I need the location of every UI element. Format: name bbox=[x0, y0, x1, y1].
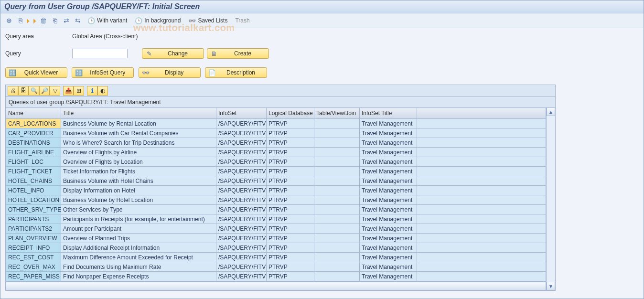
table-row[interactable]: REC_OVER_MAXFind Documents Using Maximum… bbox=[6, 262, 546, 272]
cell-ldb[interactable]: PTRVP bbox=[267, 234, 314, 243]
cell-name[interactable]: HOTEL_CHAINS bbox=[6, 176, 61, 186]
cell-tvj[interactable] bbox=[314, 119, 360, 128]
graphic-icon[interactable]: ◐ bbox=[97, 86, 108, 96]
table-row[interactable]: HOTEL_INFODisplay Information on Hotel/S… bbox=[6, 186, 546, 195]
cell-title[interactable]: Overview of Flights by Airline bbox=[61, 148, 216, 157]
execute-icon[interactable]: ⊕ bbox=[4, 16, 14, 25]
cell-infoset[interactable]: /SAPQUERY/FITV bbox=[216, 186, 267, 195]
cell-ldb[interactable]: PTRVP bbox=[267, 138, 314, 148]
sort-icon[interactable]: ▽ bbox=[50, 86, 60, 96]
cell-tvj[interactable] bbox=[314, 262, 360, 272]
scroll-up-icon[interactable]: ▲ bbox=[547, 107, 555, 116]
cell-ldb[interactable]: PTRVP bbox=[267, 262, 314, 272]
info-icon[interactable]: ℹ bbox=[87, 86, 97, 96]
cell-ititle[interactable]: Travel Management bbox=[360, 234, 417, 243]
table-row[interactable]: PARTICIPANTSParticipants in Receipts (fo… bbox=[6, 214, 546, 224]
cell-name[interactable]: OTHER_SRV_TYPE bbox=[6, 205, 61, 214]
cell-ititle[interactable]: Travel Management bbox=[360, 148, 417, 157]
cell-infoset[interactable]: /SAPQUERY/FITV bbox=[216, 195, 267, 205]
print-icon[interactable]: 🖨 bbox=[8, 86, 18, 96]
cell-ititle[interactable]: Travel Management bbox=[360, 167, 417, 176]
filter-icon[interactable]: 🗄 bbox=[18, 86, 29, 96]
cell-ldb[interactable]: PTRVP bbox=[267, 224, 314, 234]
trash-button[interactable]: Trash bbox=[232, 15, 252, 26]
table-row[interactable]: FLIGHT_AIRLINEOverview of Flights by Air… bbox=[6, 148, 546, 157]
cell-infoset[interactable]: /SAPQUERY/FITV bbox=[216, 262, 267, 272]
change-button[interactable]: ✎Change bbox=[142, 48, 204, 59]
cell-ititle[interactable]: Travel Management bbox=[360, 195, 417, 205]
cell-title[interactable]: Overview of Flights by Location bbox=[61, 157, 216, 167]
cell-ldb[interactable]: PTRVP bbox=[267, 253, 314, 262]
col-title[interactable]: Title bbox=[61, 108, 216, 119]
cell-tvj[interactable] bbox=[314, 243, 360, 253]
cell-ldb[interactable]: PTRVP bbox=[267, 195, 314, 205]
query-input[interactable] bbox=[72, 49, 128, 58]
cell-infoset[interactable]: /SAPQUERY/FITV bbox=[216, 148, 267, 157]
table-row[interactable]: PLAN_OVERVIEWOverview of Planned Trips/S… bbox=[6, 234, 546, 243]
col-infoset[interactable]: InfoSet bbox=[216, 108, 267, 119]
cell-ldb[interactable]: PTRVP bbox=[267, 205, 314, 214]
cell-title[interactable]: Business Volume with Car Rental Companie… bbox=[61, 128, 216, 138]
cell-infoset[interactable]: /SAPQUERY/FITV bbox=[216, 119, 267, 128]
cell-title[interactable]: Maximum Difference Amount Exceeded for R… bbox=[61, 253, 216, 262]
cell-ititle[interactable]: Travel Management bbox=[360, 128, 417, 138]
cell-ititle[interactable]: Travel Management bbox=[360, 224, 417, 234]
create-button[interactable]: 🗎Create bbox=[207, 48, 269, 59]
display-button[interactable]: 👓Display bbox=[139, 67, 201, 78]
cell-title[interactable]: Amount per Participant bbox=[61, 224, 216, 234]
cell-ldb[interactable]: PTRVP bbox=[267, 214, 314, 224]
in-background-button[interactable]: 🕒In background bbox=[132, 15, 183, 26]
cell-infoset[interactable]: /SAPQUERY/FITV bbox=[216, 243, 267, 253]
copy-icon[interactable]: ⎗ bbox=[50, 16, 60, 25]
cell-infoset[interactable]: /SAPQUERY/FITV bbox=[216, 214, 267, 224]
table-row[interactable]: OTHER_SRV_TYPEOther Services by Type/SAP… bbox=[6, 205, 546, 214]
cell-ititle[interactable]: Travel Management bbox=[360, 176, 417, 186]
find-icon[interactable]: 🔍 bbox=[29, 86, 39, 96]
cell-tvj[interactable] bbox=[314, 272, 360, 281]
export-icon[interactable]: 📤 bbox=[63, 86, 74, 96]
cell-name[interactable]: HOTEL_LOCATION bbox=[6, 195, 61, 205]
table-row[interactable]: HOTEL_CHAINSBusiness Volume with Hotel C… bbox=[6, 176, 546, 186]
table-row[interactable]: FLIGHT_TICKETTicket Information for Flig… bbox=[6, 167, 546, 176]
cell-ititle[interactable]: Travel Management bbox=[360, 253, 417, 262]
cell-name[interactable]: FLIGHT_LOC bbox=[6, 157, 61, 167]
cell-title[interactable]: Display Additional Receipt Information bbox=[61, 243, 216, 253]
execute-print-icon[interactable]: ⎘ bbox=[16, 16, 25, 25]
layout-icon[interactable]: ⊞ bbox=[74, 86, 84, 96]
find-next-icon[interactable]: 🔎 bbox=[39, 86, 50, 96]
cell-title[interactable]: Business Volume by Rental Location bbox=[61, 119, 216, 128]
cell-ititle[interactable]: Travel Management bbox=[360, 214, 417, 224]
cell-title[interactable]: Find Nonpaper Expense Receipts bbox=[61, 272, 216, 281]
col-tvj[interactable]: Table/View/Join bbox=[314, 108, 360, 119]
cell-ldb[interactable]: PTRVP bbox=[267, 148, 314, 157]
col-ldb[interactable]: Logical Database bbox=[267, 108, 314, 119]
cell-name[interactable]: CAR_LOCATIONS bbox=[6, 119, 61, 128]
execute-variant-icon[interactable]: ⏵⏵ bbox=[27, 16, 37, 25]
cell-title[interactable]: Display Information on Hotel bbox=[61, 186, 216, 195]
cell-title[interactable]: Ticket Information for Flights bbox=[61, 167, 216, 176]
col-name[interactable]: Name bbox=[6, 108, 61, 119]
cell-tvj[interactable] bbox=[314, 167, 360, 176]
cell-tvj[interactable] bbox=[314, 224, 360, 234]
cell-name[interactable]: FLIGHT_AIRLINE bbox=[6, 148, 61, 157]
cell-ititle[interactable]: Travel Management bbox=[360, 243, 417, 253]
cell-name[interactable]: PARTICIPANTS bbox=[6, 214, 61, 224]
cell-ititle[interactable]: Travel Management bbox=[360, 119, 417, 128]
table-row[interactable]: REC_EST_COSTMaximum Difference Amount Ex… bbox=[6, 253, 546, 262]
table-row[interactable]: CAR_LOCATIONSBusiness Volume by Rental L… bbox=[6, 119, 546, 128]
table-row[interactable]: DESTINATIONSWho is Where? Search for Tri… bbox=[6, 138, 546, 148]
table-row[interactable]: REC_PAPER_MISSFind Nonpaper Expense Rece… bbox=[6, 272, 546, 281]
cell-ldb[interactable]: PTRVP bbox=[267, 167, 314, 176]
cell-title[interactable]: Participants in Receipts (for example, f… bbox=[61, 214, 216, 224]
delete-icon[interactable]: 🗑 bbox=[39, 16, 48, 25]
cell-tvj[interactable] bbox=[314, 128, 360, 138]
cell-ititle[interactable]: Travel Management bbox=[360, 205, 417, 214]
scroll-down-icon[interactable]: ▼ bbox=[547, 282, 555, 290]
cell-name[interactable]: RECEIPT_INFO bbox=[6, 243, 61, 253]
cell-infoset[interactable]: /SAPQUERY/FITV bbox=[216, 224, 267, 234]
rename-icon[interactable]: ⇄ bbox=[62, 16, 71, 25]
cell-tvj[interactable] bbox=[314, 186, 360, 195]
table-row[interactable]: PARTICIPANTS2Amount per Participant/SAPQ… bbox=[6, 224, 546, 234]
cell-name[interactable]: PARTICIPANTS2 bbox=[6, 224, 61, 234]
cell-title[interactable]: Who is Where? Search for Trip Destinatio… bbox=[61, 138, 216, 148]
